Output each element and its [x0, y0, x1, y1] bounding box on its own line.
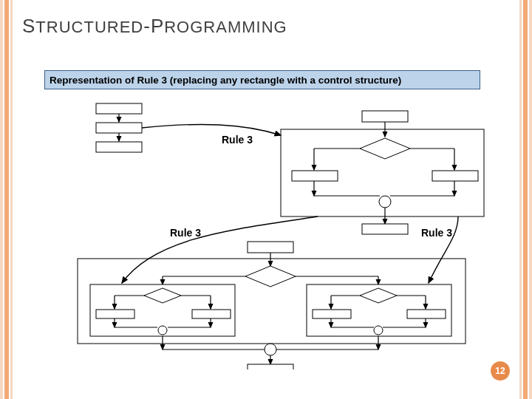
svg-rect-36: [96, 310, 134, 318]
svg-rect-23: [248, 242, 293, 253]
left-stripe-3: [10, 0, 13, 399]
right-stripe-2: [523, 0, 528, 399]
svg-rect-14: [432, 171, 478, 181]
page-number: 12: [495, 366, 505, 376]
title-cap-1: S: [22, 15, 35, 37]
label-rule-top: Rule 3: [222, 134, 253, 146]
right-stripe-3: [519, 0, 522, 399]
diagram-area: Rule 3 Rule 3 Rule 3: [44, 92, 495, 369]
caption-text: Representation of Rule 3 (replacing any …: [50, 75, 401, 86]
svg-rect-62: [248, 364, 293, 369]
svg-rect-1: [96, 123, 142, 133]
svg-rect-21: [362, 224, 408, 234]
title-rest-1: TRUCTURED: [35, 18, 143, 36]
label-rule-right: Rule 3: [421, 227, 452, 239]
label-rule-left: Rule 3: [170, 227, 201, 239]
right-stripe-1: [529, 0, 532, 399]
svg-rect-50: [407, 310, 446, 318]
title-rest-2: ROGRAMMING: [164, 18, 287, 36]
svg-point-19: [379, 196, 391, 208]
left-stripe-1: [0, 0, 3, 399]
left-stripe-2: [4, 0, 9, 399]
svg-rect-2: [96, 142, 142, 152]
svg-rect-49: [313, 310, 351, 318]
svg-point-55: [374, 326, 383, 335]
svg-rect-37: [192, 310, 231, 318]
page-title: STRUCTURED-PROGRAMMING: [22, 15, 287, 38]
svg-rect-6: [362, 111, 408, 122]
diagram-caption: Representation of Rule 3 (replacing any …: [44, 70, 480, 89]
svg-point-60: [265, 344, 276, 355]
svg-rect-0: [96, 103, 142, 114]
page-number-badge: 12: [491, 361, 510, 381]
svg-point-42: [158, 326, 167, 335]
title-cap-2: -P: [143, 15, 164, 37]
svg-rect-13: [292, 171, 338, 181]
